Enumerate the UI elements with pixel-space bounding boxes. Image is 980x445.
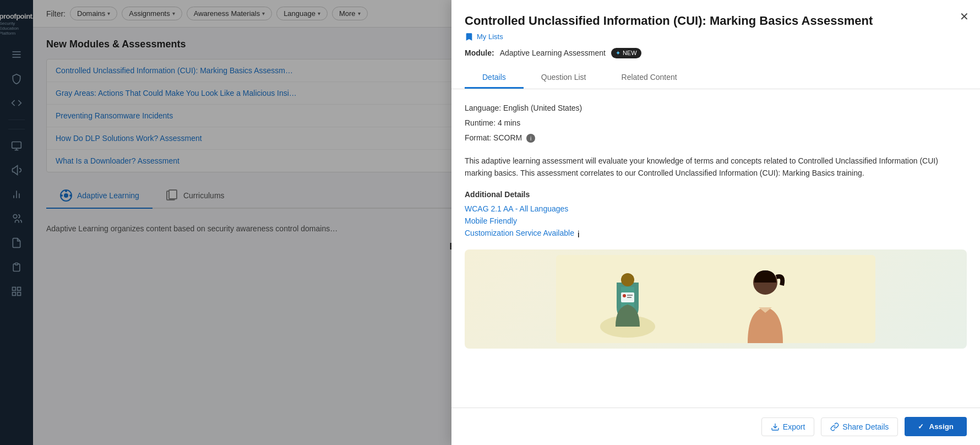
runtime-detail: Runtime: 4 mins (465, 117, 967, 129)
new-badge: ✦ NEW (611, 48, 641, 58)
mobile-link[interactable]: Mobile Friendly (465, 216, 967, 225)
export-icon (771, 422, 780, 431)
bookmark-icon (465, 32, 473, 41)
preview-illustration (556, 255, 875, 343)
panel-body: Language: English (United States) Runtim… (451, 89, 980, 408)
assign-button[interactable]: ✓ Assign (905, 417, 967, 436)
panel-tab-question-list[interactable]: Question List (524, 67, 604, 89)
module-label: Module: (465, 48, 494, 57)
format-detail: Format: SCORM i (465, 132, 967, 144)
customization-row: Customization Service Available i (465, 229, 967, 241)
language-detail: Language: English (United States) (465, 102, 967, 114)
format-info-icon[interactable]: i (526, 134, 535, 143)
panel-footer: Export Share Details ✓ Assign (451, 408, 980, 445)
panel-tabs: Details Question List Related Content (465, 67, 967, 89)
additional-details-title: Additional Details (465, 190, 967, 199)
my-lists-label: My Lists (477, 32, 503, 41)
detail-panel: ✕ Controlled Unclassified Information (C… (451, 0, 980, 445)
svg-rect-27 (627, 297, 631, 298)
module-value: Adaptive Learning Assessment (500, 48, 606, 57)
panel-tab-related-content[interactable]: Related Content (604, 67, 695, 89)
share-icon (830, 422, 839, 431)
star-icon: ✦ (616, 50, 620, 57)
assign-icon: ✓ (918, 422, 924, 431)
svg-point-28 (621, 273, 634, 286)
description-text: This adaptive learning assessment will e… (465, 155, 967, 180)
export-button[interactable]: Export (761, 417, 814, 436)
share-label: Share Details (842, 422, 889, 431)
customization-link[interactable]: Customization Service Available (465, 229, 574, 237)
svg-rect-26 (627, 295, 633, 296)
svg-point-25 (623, 294, 626, 297)
panel-module-row: Module: Adaptive Learning Assessment ✦ N… (465, 48, 967, 58)
customization-info-icon[interactable]: i (578, 230, 580, 240)
panel-tab-details[interactable]: Details (465, 67, 524, 89)
panel-title: Controlled Unclassified Information (CUI… (465, 13, 967, 29)
wcag-link[interactable]: WCAG 2.1 AA - All Languages (465, 204, 967, 213)
share-details-button[interactable]: Share Details (821, 417, 898, 436)
preview-image (465, 249, 967, 349)
panel-header: ✕ Controlled Unclassified Information (C… (451, 0, 980, 89)
assign-label: Assign (929, 422, 954, 431)
export-label: Export (783, 422, 805, 431)
my-lists-button[interactable]: My Lists (465, 32, 967, 41)
close-button[interactable]: ✕ (960, 11, 969, 22)
new-badge-label: NEW (623, 50, 637, 56)
